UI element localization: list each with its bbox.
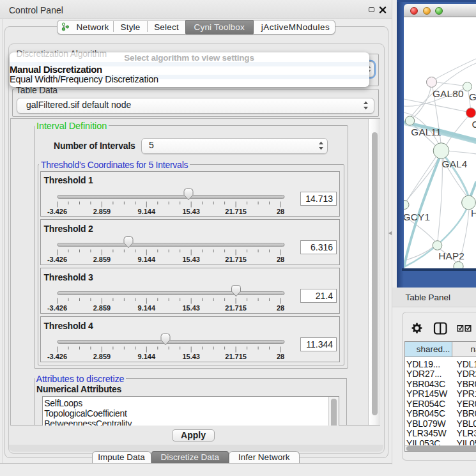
svg-text:HI: HI xyxy=(471,208,476,219)
svg-text:21.715: 21.715 xyxy=(225,353,247,360)
svg-text:21.715: 21.715 xyxy=(225,304,247,312)
svg-text:15.43: 15.43 xyxy=(182,256,200,263)
svg-text:2.859: 2.859 xyxy=(93,256,111,263)
svg-text:21.715: 21.715 xyxy=(225,256,247,263)
svg-text:28: 28 xyxy=(277,353,284,360)
svg-text:GAL80: GAL80 xyxy=(433,88,464,99)
svg-text:2.859: 2.859 xyxy=(93,304,111,312)
svg-text:-3.426: -3.426 xyxy=(47,207,67,215)
svg-text:-3.426: -3.426 xyxy=(47,353,67,360)
svg-text:21.715: 21.715 xyxy=(225,207,247,215)
svg-text:2.859: 2.859 xyxy=(93,207,111,215)
svg-text:28: 28 xyxy=(277,207,284,215)
svg-text:28: 28 xyxy=(277,256,284,263)
svg-text:9.144: 9.144 xyxy=(138,256,156,263)
svg-text:2.859: 2.859 xyxy=(93,353,111,360)
svg-text:9.144: 9.144 xyxy=(138,207,156,215)
svg-text:15.43: 15.43 xyxy=(182,207,200,215)
svg-text:CD: CD xyxy=(472,119,476,130)
svg-text:28: 28 xyxy=(277,304,284,312)
svg-text:-3.426: -3.426 xyxy=(47,304,67,312)
svg-text:HAP2: HAP2 xyxy=(438,250,464,261)
svg-text:GAL11: GAL11 xyxy=(411,127,441,137)
svg-text:15.43: 15.43 xyxy=(182,353,200,360)
svg-text:-3.426: -3.426 xyxy=(47,256,67,263)
svg-text:GA: GA xyxy=(469,91,476,102)
svg-text:GAL4: GAL4 xyxy=(441,158,467,169)
svg-text:9.144: 9.144 xyxy=(138,353,156,360)
svg-text:15.43: 15.43 xyxy=(182,304,200,312)
svg-text:GCY1: GCY1 xyxy=(404,211,430,222)
svg-text:9.144: 9.144 xyxy=(138,304,156,312)
